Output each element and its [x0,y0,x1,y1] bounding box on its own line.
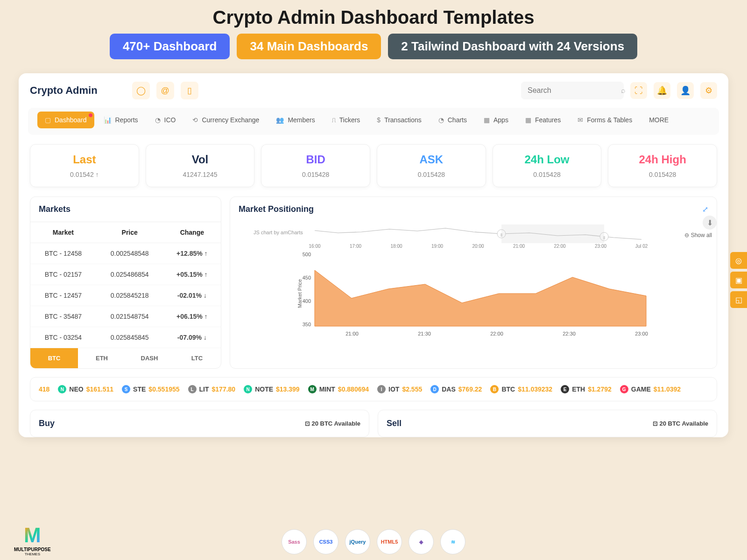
nav-icon: ▢ [45,116,51,124]
nav-icon: $ [377,116,381,124]
tab-ltc[interactable]: LTC [173,348,221,368]
nav-icon: ◔ [438,116,444,124]
col-change: Change [163,222,221,243]
coin-icon: N [244,385,252,393]
nav-icon: ▦ [525,116,531,124]
nav-dashboard[interactable]: ▢Dashboard [37,112,94,128]
nav-members[interactable]: 👥Members [268,112,322,128]
buy-available: ⊡ 20 BTC Available [305,420,360,427]
svg-text:450: 450 [303,275,311,280]
table-row[interactable]: BTC - 354870.021548754+06.15% ↑ [30,306,221,327]
brand-title: Crypto Admin [30,84,98,97]
nav-icon: 👥 [276,116,284,124]
coin-icon: E [561,385,569,393]
nav-forms-tables[interactable]: ✉Forms & Tables [570,112,640,128]
stat-label: Vol [151,153,250,166]
market-tabs: BTCETHDASHLTC [30,348,221,368]
stat-24h-high: 24h High0.015428 [608,144,717,187]
notification-dot [89,113,92,117]
nav-ico[interactable]: ◔ICO [148,112,183,128]
svg-text:17:00: 17:00 [350,244,361,249]
coin-icon: L [188,385,197,393]
ticker-eth: EETH $1.2792 [561,385,612,393]
stat-label: Last [35,153,134,166]
side-tools: ◎ ▣ ◱ [730,252,747,308]
svg-text:20:00: 20:00 [472,244,484,249]
main-row: Markets MarketPriceChange BTC - 124580.0… [19,196,728,377]
svg-text:21:30: 21:30 [418,331,431,336]
bell-icon[interactable]: 🔔 [654,82,670,99]
nav-icon: ◔ [155,116,161,124]
table-row[interactable]: BTC - 124580.002548548+12.85% ↑ [30,243,221,264]
svg-rect-4 [501,224,604,243]
gear-icon[interactable]: ⚙ [700,82,717,99]
svg-text:22:00: 22:00 [554,244,565,249]
svg-text:350: 350 [303,322,311,327]
coin-icon: G [620,385,628,393]
topbar: Crypto Admin ◯ @ ▯ ⌕ ⛶ 🔔 👤 ⚙ [19,73,728,108]
stat-bid: BID0.015428 [261,144,370,187]
chat-icon[interactable]: ◯ [132,82,150,99]
promo-title: Crypto Admin Dashboard Templates [0,7,747,28]
stats-row: Last0.01542 ↑Vol41247.1245BID0.015428ASK… [19,135,728,196]
nav-features[interactable]: ▦Features [518,112,568,128]
stat-label: ASK [382,153,481,166]
dashboard-window: Crypto Admin ◯ @ ▯ ⌕ ⛶ 🔔 👤 ⚙ ▢Dashboard📊… [19,73,728,437]
nav-apps[interactable]: ▦Apps [476,112,516,128]
side-tool-1[interactable]: ◎ [730,252,747,269]
nav-icon: 📊 [104,116,112,124]
fullscreen-icon[interactable]: ⛶ [630,82,647,99]
buy-panel: Buy ⊡ 20 BTC Available [30,410,369,437]
svg-text:18:00: 18:00 [390,244,402,249]
col-market: Market [30,222,96,243]
table-row[interactable]: BTC - 032540.025845845-07.09% ↓ [30,327,221,348]
ticker-row: 418NNEO $161.511SSTE $0.551955LLIT $177.… [30,377,717,401]
stat-label: BID [266,153,365,166]
nav-more[interactable]: MORE [641,112,676,128]
svg-text:Jul 02: Jul 02 [635,244,648,249]
stat-value: 0.015428 [613,171,712,178]
tech-sass: Sass [282,529,307,554]
tech-jquery: jQuery [345,529,370,554]
stat-value: 41247.1245 [151,171,250,178]
stat-value: 0.015428 [382,171,481,178]
table-row[interactable]: BTC - 021570.025486854+05.15% ↑ [30,264,221,285]
clipboard-icon[interactable]: ▯ [181,82,198,99]
markets-table: MarketPriceChange BTC - 124580.002548548… [30,222,221,348]
stat-value: 0.015428 [266,171,365,178]
ticker-game: GGAME $11.0392 [620,385,681,393]
chart-panel: Market Positioning ⤢ ⬇ ⊖ Show all JS cha… [230,196,717,369]
coin-icon: D [430,385,439,393]
tab-eth[interactable]: ETH [78,348,126,368]
promo-badges: 470+ Dashboard 34 Main Dashboards 2 Tail… [0,34,747,59]
ticker-das: DDAS $769.22 [430,385,482,393]
search-input-wrap[interactable]: ⌕ [521,82,624,99]
side-tool-3[interactable]: ◱ [730,291,747,308]
sell-panel: Sell ⊡ 20 BTC Available [378,410,717,437]
nav-reports[interactable]: 📊Reports [96,112,146,128]
nav-currency-exchange[interactable]: ⟲Currency Exchange [185,112,267,128]
ticker-ste: SSTE $0.551955 [122,385,179,393]
nav-icon: ▦ [484,116,490,124]
tech-css3: CSS3 [313,529,338,554]
nav-tickers[interactable]: ⎍Tickers [324,112,368,128]
buysell-row: Buy ⊡ 20 BTC Available Sell ⊡ 20 BTC Ava… [19,410,728,437]
ticker-lit: LLIT $177.80 [188,385,236,393]
search-input[interactable] [528,86,621,95]
user-icon[interactable]: 👤 [677,82,694,99]
nav-icon: ✉ [578,116,583,124]
tech-: ≋ [440,529,465,554]
svg-text:23:00: 23:00 [635,331,648,336]
tab-dash[interactable]: DASH [126,348,173,368]
mention-icon[interactable]: @ [156,82,174,99]
svg-text:16:00: 16:00 [309,244,320,249]
nav-charts[interactable]: ◔Charts [431,112,474,128]
tab-btc[interactable]: BTC [30,348,78,368]
sell-available: ⊡ 20 BTC Available [653,420,708,427]
table-row[interactable]: BTC - 124570.025845218-02.01% ↓ [30,285,221,306]
nav-transactions[interactable]: $Transactions [369,112,429,128]
expand-icon[interactable]: ⤢ [702,205,708,214]
stat-label: 24h Low [498,153,597,166]
side-tool-2[interactable]: ▣ [730,272,747,288]
navbar: ▢Dashboard📊Reports◔ICO⟲Currency Exchange… [28,108,719,135]
